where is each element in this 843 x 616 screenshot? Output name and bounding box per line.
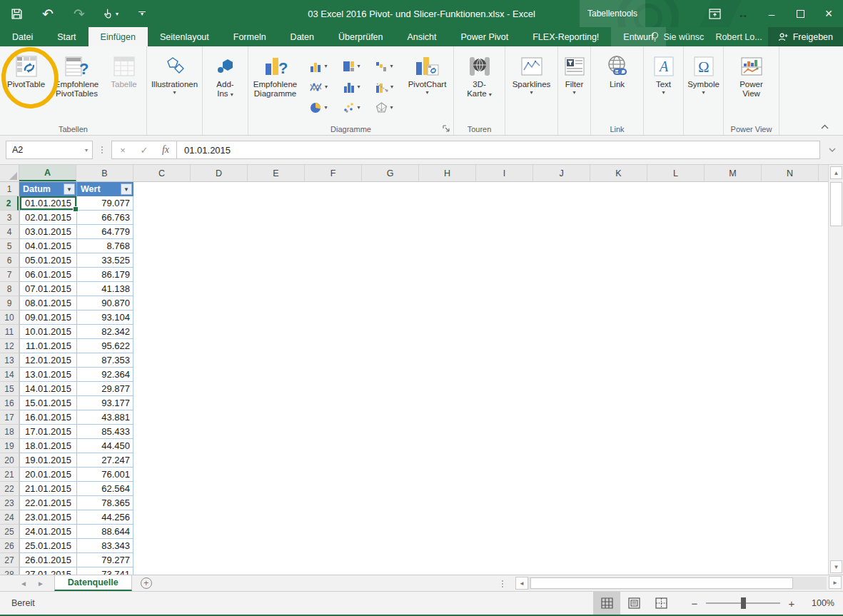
cell-date[interactable]: 13.01.2015 <box>19 368 76 382</box>
name-box[interactable]: A2 ▾ <box>6 141 93 159</box>
row-header[interactable]: 3 <box>0 211 19 225</box>
cell-date[interactable]: 14.01.2015 <box>19 382 76 396</box>
redo-icon[interactable]: ↷ <box>71 6 87 21</box>
scatter-chart-button[interactable]: ▾ <box>335 97 368 118</box>
cell-date[interactable]: 20.01.2015 <box>19 468 76 482</box>
filter-dropdown-icon[interactable]: ▼ <box>64 183 75 195</box>
filter-button[interactable]: Filter ▾ <box>560 51 590 97</box>
cell-date[interactable]: 10.01.2015 <box>19 325 76 339</box>
cell-date[interactable]: 11.01.2015 <box>19 339 76 353</box>
cell-date[interactable]: 27.01.2015 <box>19 567 76 575</box>
cell-date[interactable]: 16.01.2015 <box>19 410 76 425</box>
cell-date[interactable]: 08.01.2015 <box>19 296 76 310</box>
ribbon-tab[interactable]: Überprüfen <box>326 27 395 46</box>
cell-date[interactable]: 21.01.2015 <box>19 482 76 496</box>
tell-me-box[interactable]: Sie wünsc <box>645 27 710 46</box>
cell-date[interactable]: 25.01.2015 <box>19 539 76 553</box>
cell-value[interactable]: 82.342 <box>76 325 133 339</box>
cell-value[interactable]: 43.881 <box>76 410 133 425</box>
column-header[interactable]: A <box>19 165 76 181</box>
cell-value[interactable]: 62.564 <box>76 482 133 496</box>
row-header[interactable]: 11 <box>0 325 19 339</box>
cell-value[interactable]: 29.877 <box>76 382 133 396</box>
ribbon-tab[interactable]: Daten <box>278 27 326 46</box>
column-header[interactable]: G <box>362 165 419 181</box>
cell-date[interactable]: 09.01.2015 <box>19 310 76 325</box>
combo-chart-button[interactable]: ▾ <box>368 76 401 97</box>
zoom-slider-handle[interactable] <box>741 597 746 609</box>
row-header[interactable]: 8 <box>0 282 19 296</box>
row-header[interactable]: 28 <box>0 567 19 575</box>
cell-date[interactable]: 05.01.2015 <box>19 253 76 268</box>
row-header[interactable]: 25 <box>0 525 19 539</box>
row-header[interactable]: 24 <box>0 510 19 525</box>
cell-value[interactable]: 92.364 <box>76 368 133 382</box>
cell-date[interactable]: 02.01.2015 <box>19 211 76 225</box>
row-header[interactable]: 1 <box>0 182 19 196</box>
column-header[interactable]: C <box>133 165 191 181</box>
diagramme-dialog-launcher-icon[interactable] <box>442 124 450 133</box>
row-header[interactable]: 10 <box>0 310 19 325</box>
cell-date[interactable]: 12.01.2015 <box>19 353 76 368</box>
ribbon-tab[interactable]: Power Pivot <box>449 27 521 46</box>
sparklines-button[interactable]: Sparklines ▾ <box>507 51 557 97</box>
page-layout-view-icon[interactable] <box>620 592 647 615</box>
cell-date[interactable]: 22.01.2015 <box>19 496 76 510</box>
add-ins-button[interactable]: Add-Ins ▾ <box>210 51 241 101</box>
column-chart-button[interactable]: ▾ <box>303 56 335 76</box>
maximize-icon[interactable] <box>786 0 814 27</box>
sheet-tab-datenquelle[interactable]: Datenquelle <box>54 575 132 591</box>
vertical-scrollbar[interactable]: ▲ ▼ <box>828 165 843 575</box>
cell-value[interactable]: 78.365 <box>76 496 133 510</box>
table-header-datum[interactable]: Datum ▼ <box>19 182 76 196</box>
page-break-preview-icon[interactable] <box>647 592 675 615</box>
cell-value[interactable]: 86.179 <box>76 268 133 282</box>
horizontal-scrollbar[interactable]: ◄ <box>515 577 827 590</box>
cell-value[interactable]: 76.001 <box>76 468 133 482</box>
cell-value[interactable]: 79.277 <box>76 553 133 567</box>
share-button[interactable]: Freigeben <box>768 27 843 46</box>
cell-value[interactable]: 73.741 <box>76 567 133 575</box>
pivottable-button[interactable]: PivotTable <box>3 51 50 91</box>
row-header[interactable]: 2 <box>0 196 19 211</box>
normal-view-icon[interactable] <box>593 592 620 615</box>
zoom-slider[interactable] <box>706 602 780 604</box>
cell-value[interactable]: 64.779 <box>76 225 133 239</box>
pie-chart-button[interactable]: ▾ <box>303 97 335 118</box>
recommended-pivottables-button[interactable]: ? Empfohlene PivotTables <box>51 51 103 100</box>
row-header[interactable]: 6 <box>0 253 19 268</box>
scroll-down-icon[interactable]: ▼ <box>830 560 842 573</box>
cell-date[interactable]: 17.01.2015 <box>19 425 76 439</box>
horizontal-scrollbar-thumb[interactable] <box>530 577 793 589</box>
touch-mouse-mode-icon[interactable]: ▾ <box>103 6 118 21</box>
cell-date[interactable]: 01.01.2015 <box>19 196 76 211</box>
scroll-right-icon[interactable]: ► <box>829 576 842 589</box>
row-header[interactable]: 17 <box>0 410 19 425</box>
cell-date[interactable]: 04.01.2015 <box>19 239 76 253</box>
zoom-out-icon[interactable]: − <box>690 597 699 610</box>
row-header[interactable]: 20 <box>0 453 19 468</box>
row-header[interactable]: 16 <box>0 396 19 410</box>
row-header[interactable]: 15 <box>0 382 19 396</box>
ribbon-tab[interactable]: Seitenlayout <box>148 27 221 46</box>
pivotchart-button[interactable]: PivotChart ▾ <box>403 51 453 97</box>
cell-date[interactable]: 03.01.2015 <box>19 225 76 239</box>
text-button[interactable]: A Text ▾ <box>650 51 678 97</box>
cell-value[interactable]: 66.763 <box>76 211 133 225</box>
symbols-button[interactable]: Ω Symbole ▾ <box>685 51 723 97</box>
tabelle-button[interactable]: Tabelle <box>104 51 144 91</box>
row-header[interactable]: 14 <box>0 368 19 382</box>
cell-date[interactable]: 06.01.2015 <box>19 268 76 282</box>
hierarchy-chart-button[interactable]: ▾ <box>335 56 368 76</box>
collapse-ribbon-icon[interactable] <box>817 121 832 131</box>
cell-value[interactable]: 93.177 <box>76 396 133 410</box>
ribbon-tab[interactable]: Formeln <box>221 27 278 46</box>
cell-value[interactable]: 90.870 <box>76 296 133 310</box>
column-header[interactable]: D <box>191 165 248 181</box>
table-header-wert[interactable]: Wert ▼ <box>76 182 133 196</box>
column-header[interactable]: E <box>248 165 305 181</box>
column-header[interactable]: N <box>762 165 819 181</box>
cell-value[interactable]: 8.768 <box>76 239 133 253</box>
cell-date[interactable]: 26.01.2015 <box>19 553 76 567</box>
row-header[interactable]: 19 <box>0 439 19 453</box>
